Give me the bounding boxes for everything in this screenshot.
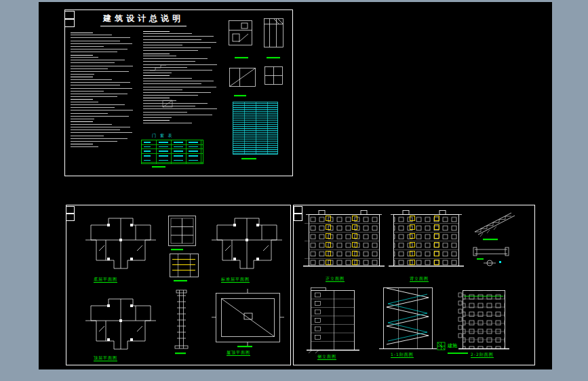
schedule-title: 门 窗 表 xyxy=(152,133,174,138)
label-stair-section: 1-1剖面图 xyxy=(391,352,414,358)
title-block-text: 建施 xyxy=(448,343,457,348)
label-roof: 屋顶平面图 xyxy=(227,350,250,356)
label-plan2: 标准层平面图 xyxy=(221,277,250,283)
label-section3: 2-2剖面图 xyxy=(471,352,494,358)
label-plan1: 底层平面图 xyxy=(94,277,117,283)
label-elevation2: 背立面图 xyxy=(410,276,429,282)
notes-text-column-2 xyxy=(143,30,222,133)
label-section1: 侧立面图 xyxy=(317,354,336,360)
notes-text-column-1 xyxy=(71,31,137,161)
cad-viewer-stage: 建筑设计总说明 门 窗 表 底层平面图 标准层平面图 顶层平面图 屋顶平面图 正… xyxy=(0,0,588,381)
label-plan3: 顶层平面图 xyxy=(94,355,117,361)
label-elevation1: 正立面图 xyxy=(326,276,345,282)
door-window-schedule xyxy=(141,140,203,164)
sheet1-title: 建筑设计总说明 xyxy=(100,13,187,26)
